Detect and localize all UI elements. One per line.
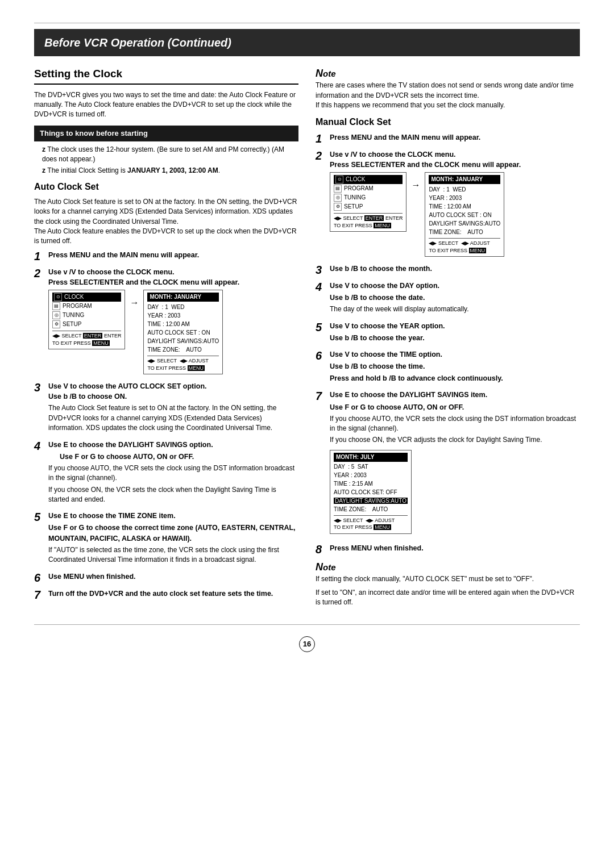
manual-setup-icon: ⚙: [334, 203, 342, 211]
arrow-right-manual: →: [411, 179, 420, 191]
right-column: Note There are cases where the TV statio…: [316, 66, 580, 613]
auto-cd-tz: TIME ZONE: AUTO: [147, 346, 219, 354]
auto-menu-tuning: ◎ TUNING: [52, 311, 121, 320]
manual-menu-program: ▤ PROGRAM: [334, 184, 403, 193]
note-text-top: There are cases where the TV station doe…: [316, 81, 580, 110]
auto-cd-time: TIME : 12:00 AM: [147, 320, 219, 328]
manual-main-menu: ⊙ CLOCK ▤ PROGRAM ◎ TUNING ⚙ SETUP ◀▶ SE…: [330, 172, 406, 232]
auto-menu-clock: ⊙ CLOCK: [52, 293, 121, 302]
manual-step-8: 8 Press MENU when finished.: [316, 543, 580, 556]
auto-menu-setup: ⚙ SETUP: [52, 320, 121, 329]
things-box-title: Things to know before starting: [34, 126, 298, 141]
manual-menu-clock: ⊙ CLOCK: [334, 175, 403, 184]
manual-cd-tz: TIME ZONE: AUTO: [429, 228, 500, 236]
july-day: DAY : 5 SAT: [334, 463, 408, 471]
manual-step-7: 7 Use E to choose the DAYLIGHT SAVINGS i…: [316, 390, 580, 539]
auto-step-2-text: Use v /V to choose the CLOCK menu.Press …: [48, 267, 298, 287]
page-number: 16: [299, 636, 315, 652]
auto-clock-detail-title: MONTH: JANUARY: [147, 293, 219, 302]
auto-step-6: 6 Use MENU when finished.: [34, 571, 298, 584]
auto-step-7-text: Turn off the DVD+VCR and the auto clock …: [48, 589, 298, 599]
section-title: Setting the Clock: [34, 66, 298, 85]
manual-menu-setup: ⚙ SETUP: [334, 202, 403, 211]
july-dst: DAYLIGHT SAVINGS:AUTO: [334, 497, 408, 505]
header-title: Before VCR Operation (Continued): [44, 36, 231, 49]
july-screen: MONTH: JULY DAY : 5 SAT YEAR : 2003 TIME…: [330, 450, 412, 534]
manual-step-4-text: Use V to choose the DAY option.: [330, 281, 580, 291]
auto-menu-diagram: ⊙ CLOCK ▤ PROGRAM ◎ TUNING ⚙ SETUP ◀▶ SE…: [48, 290, 298, 374]
manual-step-7-text: Use E to choose the DAYLIGHT SAVINGS ite…: [330, 390, 580, 400]
note-box-bottom: Note If setting the clock manually, "AUT…: [316, 560, 580, 607]
note-title-top: Note: [316, 66, 580, 81]
manual-menu-diagram: ⊙ CLOCK ▤ PROGRAM ◎ TUNING ⚙ SETUP ◀▶ SE…: [330, 172, 580, 257]
auto-step-4-sub: Use F or G to choose AUTO, ON or OFF.: [48, 452, 298, 462]
clock-icon: ⊙: [54, 293, 62, 301]
manual-step-7-desc2: If you choose ON, the VCR adjusts the cl…: [330, 435, 580, 445]
july-screen-diagram: MONTH: JULY DAY : 5 SAT YEAR : 2003 TIME…: [330, 448, 580, 536]
manual-cd-day: DAY : 1 WED: [429, 186, 500, 194]
manual-step-1: 1 Press MENU and the MAIN menu will appe…: [316, 132, 580, 145]
auto-step-5-text: Use E to choose the TIME ZONE item.: [48, 511, 298, 521]
note-text-bottom-1: If setting the clock manually, "AUTO CLO…: [316, 574, 580, 584]
auto-cd-day: DAY : 1 WED: [147, 303, 219, 311]
july-time: TIME : 2:15 AM: [334, 480, 408, 488]
note-text-bottom-2: If set to "ON", an incorrect date and/or…: [316, 588, 580, 608]
bottom-divider: [34, 624, 580, 625]
auto-step-7: 7 Turn off the DVD+VCR and the auto cloc…: [34, 589, 298, 601]
auto-step-3: 3 Use V to choose the AUTO CLOCK SET opt…: [34, 381, 298, 435]
manual-cd-dst: DAYLIGHT SAVINGS:AUTO: [429, 220, 500, 228]
july-footer: ◀▶ SELECT ◀▶ ADJUSTTO EXIT PRESS MENU: [334, 515, 408, 531]
manual-step-4: 4 Use V to choose the DAY option. Use b …: [316, 281, 580, 316]
auto-clock-detail: MONTH: JANUARY DAY : 1 WED YEAR : 2003 T…: [143, 290, 223, 374]
auto-menu-footer: ◀▶ SELECT ENTER ENTERTO EXIT PRESS MENU: [52, 331, 121, 347]
top-divider: [34, 23, 580, 23]
manual-cd-time: TIME : 12:00 AM: [429, 203, 500, 211]
auto-clock-title: Auto Clock Set: [34, 181, 298, 193]
manual-step-8-text: Press MENU when finished.: [330, 543, 580, 553]
auto-step-5: 5 Use E to choose the TIME ZONE item. Us…: [34, 511, 298, 566]
manual-clock-detail: MONTH: JANUARY DAY : 1 WED YEAR : 2003 T…: [425, 172, 504, 257]
manual-menu-footer: ◀▶ SELECT ENTER ENTERTO EXIT PRESS MENU: [334, 213, 403, 229]
manual-step-2-text: Use v /V to choose the CLOCK menu.Press …: [330, 149, 580, 170]
manual-step-3-text: Use b /B to choose the month.: [330, 264, 580, 274]
things-list: The clock uses the 12-hour system. (Be s…: [34, 145, 298, 175]
auto-step-1: 1 Press MENU and the MAIN menu will appe…: [34, 250, 298, 262]
manual-step-7-desc1: If you choose AUTO, the VCR sets the clo…: [330, 414, 580, 434]
manual-program-icon: ▤: [334, 185, 342, 193]
manual-clock-icon: ⊙: [335, 176, 343, 183]
manual-tuning-icon: ◎: [334, 194, 342, 202]
setup-icon: ⚙: [52, 320, 60, 328]
auto-step-4: 4 Use E to choose the DAYLIGHT SAVINGS o…: [34, 440, 298, 507]
tuning-icon: ◎: [52, 311, 60, 319]
july-tz: TIME ZONE: AUTO: [334, 506, 408, 514]
auto-step-2: 2 Use v /V to choose the CLOCK menu.Pres…: [34, 267, 298, 377]
arrow-right-1: →: [130, 297, 139, 309]
manual-step-1-text: Press MENU and the MAIN menu will appear…: [330, 132, 580, 143]
manual-step-6-sub2: Press and hold b /B to advance clock con…: [330, 373, 580, 383]
manual-step-5-sub: Use b /B to choose the year.: [330, 333, 580, 343]
manual-cd-footer: ◀▶ SELECT ◀▶ ADJUSTTO EXIT PRESS MENU: [429, 238, 500, 254]
auto-step-3-text: Use V to choose the AUTO CLOCK SET optio…: [48, 381, 298, 402]
note-box-top: Note There are cases where the TV statio…: [316, 66, 580, 110]
auto-step-4-desc2: If you choose ON, the VCR sets the clock…: [48, 485, 298, 505]
page-number-area: 16: [34, 636, 580, 652]
manual-step-5: 5 Use V to choose the YEAR option. Use b…: [316, 321, 580, 345]
manual-step-6: 6 Use V to choose the TIME option. Use b…: [316, 349, 580, 385]
program-icon: ▤: [52, 302, 60, 310]
things-item-2: The initial Clock Setting is JANUARY 1, …: [34, 166, 298, 176]
note-title-bottom: Note: [316, 560, 580, 574]
auto-step-3-desc: The Auto Clock Set feature is set to ON …: [48, 403, 298, 433]
manual-cd-year: YEAR : 2003: [429, 194, 500, 202]
manual-step-5-text: Use V to choose the YEAR option.: [330, 321, 580, 331]
intro-text: The DVD+VCR gives you two ways to set th…: [34, 90, 298, 120]
auto-step-4-desc1: If you choose AUTO, the VCR sets the clo…: [48, 464, 298, 483]
auto-step-1-text: Press MENU and the MAIN menu will appear…: [48, 250, 298, 260]
manual-step-4-desc: The day of the week will display automat…: [330, 304, 580, 314]
manual-step-4-sub: Use b /B to choose the date.: [330, 293, 580, 303]
auto-step-4-text: Use E to choose the DAYLIGHT SAVINGS opt…: [48, 440, 298, 450]
auto-cd-year: YEAR : 2003: [147, 312, 219, 320]
manual-step-2: 2 Use v /V to choose the CLOCK menu.Pres…: [316, 149, 580, 259]
auto-clock-intro: The Auto Clock Set feature is set to ON …: [34, 197, 298, 247]
july-acs: AUTO CLOCK SET: OFF: [334, 489, 408, 496]
manual-step-6-text: Use V to choose the TIME option.: [330, 349, 580, 360]
